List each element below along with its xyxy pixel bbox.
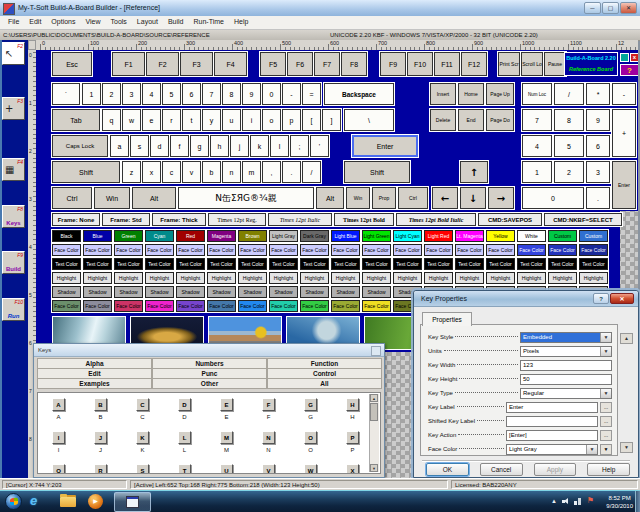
- color-name-light-green-10[interactable]: Light Green: [362, 230, 391, 242]
- text-color-button-5[interactable]: Text Color: [207, 258, 236, 270]
- key-p[interactable]: p: [282, 109, 301, 131]
- shadow-button-4[interactable]: Shadow: [176, 286, 205, 298]
- key-y[interactable]: y: [202, 109, 221, 131]
- maximize-button[interactable]: ▢: [602, 2, 619, 14]
- key-0[interactable]: 0: [522, 187, 584, 209]
- highlight-button-16[interactable]: Highlight: [548, 272, 577, 284]
- face-color-button-16[interactable]: Face Color: [548, 244, 577, 256]
- key-key[interactable]: *: [586, 83, 610, 105]
- face-color2-button-5[interactable]: Face Color: [207, 300, 236, 312]
- key-f[interactable]: f: [170, 135, 189, 157]
- key-f1[interactable]: F1: [112, 52, 145, 76]
- key-4[interactable]: 4: [522, 135, 552, 157]
- text-color-button-16[interactable]: Text Color: [548, 258, 577, 270]
- key-6[interactable]: 6: [586, 135, 610, 157]
- explorer-folder-icon[interactable]: [60, 497, 76, 507]
- key-print-scr[interactable]: Print Scr: [498, 52, 520, 76]
- tool-button-build[interactable]: F9Build: [2, 251, 25, 274]
- text-color-button-17[interactable]: Text Color: [579, 258, 608, 270]
- shadow-button-9[interactable]: Shadow: [331, 286, 360, 298]
- show-desktop-button[interactable]: [635, 491, 640, 512]
- highlight-button-8[interactable]: Highlight: [300, 272, 329, 284]
- key-key[interactable]: -: [612, 83, 636, 105]
- palette-key-p[interactable]: P: [346, 431, 359, 444]
- palette-key-m[interactable]: M: [220, 431, 233, 444]
- key-f12[interactable]: F12: [461, 52, 487, 76]
- face-color2-button-8[interactable]: Face Color: [300, 300, 329, 312]
- palette-key-u[interactable]: U: [220, 464, 233, 474]
- face-color-button-15[interactable]: Face Color: [517, 244, 546, 256]
- keys-palette-close-icon[interactable]: [371, 346, 381, 356]
- menu-item-file[interactable]: File: [3, 16, 24, 29]
- face-color-button-3[interactable]: Face Color: [145, 244, 174, 256]
- menu-item-build[interactable]: Build: [163, 16, 189, 29]
- palette-key-j[interactable]: J: [94, 431, 107, 444]
- key-key[interactable]: ←: [432, 187, 458, 209]
- face-color-button-5[interactable]: Face Color: [207, 244, 236, 256]
- face-color2-button-9[interactable]: Face Color: [331, 300, 360, 312]
- key-enter[interactable]: Enter: [612, 161, 636, 209]
- key-h[interactable]: h: [210, 135, 229, 157]
- key-key[interactable]: ,: [262, 161, 281, 183]
- key-f7[interactable]: F7: [314, 52, 340, 76]
- key-key[interactable]: [: [302, 109, 321, 131]
- key-f8[interactable]: F8: [341, 52, 367, 76]
- text-color-button-7[interactable]: Text Color: [269, 258, 298, 270]
- style-button-times-12pt-reg[interactable]: Times 12pt Reg.: [208, 213, 266, 226]
- key-5[interactable]: 5: [162, 83, 181, 105]
- scroll-up-icon[interactable]: ▲: [370, 394, 378, 402]
- key-ctrl[interactable]: Ctrl: [52, 187, 92, 209]
- color-name-black-0[interactable]: Black: [52, 230, 81, 242]
- key-1[interactable]: 1: [522, 161, 552, 183]
- palette-key-h[interactable]: H: [346, 398, 359, 411]
- color-name-dark-gray-8[interactable]: Dark Gray: [300, 230, 329, 242]
- dialog-scroll-down-icon[interactable]: ▼: [620, 442, 633, 453]
- key-f2[interactable]: F2: [146, 52, 179, 76]
- taskbar-clock[interactable]: 8:52 PM 9/30/2010: [606, 494, 633, 510]
- tool-button-keys[interactable]: F8Keys: [2, 205, 25, 228]
- key-e[interactable]: e: [142, 109, 161, 131]
- face-color-button-2[interactable]: Face Color: [114, 244, 143, 256]
- shadow-button-3[interactable]: Shadow: [145, 286, 174, 298]
- face-color-button-14[interactable]: Face Color: [486, 244, 515, 256]
- ellipsis-button[interactable]: ...: [600, 430, 612, 441]
- key-d[interactable]: d: [150, 135, 169, 157]
- palette-key-i[interactable]: I: [52, 431, 65, 444]
- key-key[interactable]: .: [586, 187, 610, 209]
- key-home[interactable]: Home: [458, 83, 484, 105]
- category-all[interactable]: All: [267, 378, 382, 389]
- key-style-select[interactable]: Embedded▼: [520, 332, 612, 343]
- board-minimize-button[interactable]: [620, 53, 629, 62]
- tool-button-run[interactable]: F10Run: [2, 298, 25, 321]
- key-label-input[interactable]: Enter: [506, 402, 598, 413]
- style-button-cmd-savepos[interactable]: CMD:SAVEPOS: [478, 213, 542, 226]
- palette-key-e[interactable]: E: [220, 398, 233, 411]
- key-page-up[interactable]: Page Up: [486, 83, 514, 105]
- key-2[interactable]: 2: [102, 83, 121, 105]
- key-key[interactable]: `: [52, 83, 80, 105]
- key-g[interactable]: g: [190, 135, 209, 157]
- key-n[interactable]: n: [222, 161, 241, 183]
- palette-key-d[interactable]: D: [178, 398, 191, 411]
- highlight-button-15[interactable]: Highlight: [517, 272, 546, 284]
- text-color-button-4[interactable]: Text Color: [176, 258, 205, 270]
- key-num-loc[interactable]: Num Loc: [522, 83, 552, 105]
- key-pause[interactable]: Pause: [544, 52, 566, 76]
- key-page-do[interactable]: Page Do: [486, 109, 514, 131]
- key-6[interactable]: 6: [182, 83, 201, 105]
- highlight-button-12[interactable]: Highlight: [424, 272, 453, 284]
- dialog-scroll-up-icon[interactable]: ▲: [620, 333, 633, 344]
- color-name-white-15[interactable]: White: [517, 230, 546, 242]
- text-color-button-3[interactable]: Text Color: [145, 258, 174, 270]
- key-w[interactable]: w: [122, 109, 141, 131]
- palette-key-g[interactable]: G: [304, 398, 317, 411]
- face-color-button-7[interactable]: Face Color: [269, 244, 298, 256]
- key-key[interactable]: /: [302, 161, 321, 183]
- menu-item-edit[interactable]: Edit: [24, 16, 46, 29]
- text-color-button-0[interactable]: Text Color: [52, 258, 81, 270]
- menu-item-layout[interactable]: Layout: [132, 16, 163, 29]
- face-color-button-1[interactable]: Face Color: [83, 244, 112, 256]
- key-win[interactable]: Win: [94, 187, 130, 209]
- palette-key-w[interactable]: W: [304, 464, 317, 474]
- highlight-button-3[interactable]: Highlight: [145, 272, 174, 284]
